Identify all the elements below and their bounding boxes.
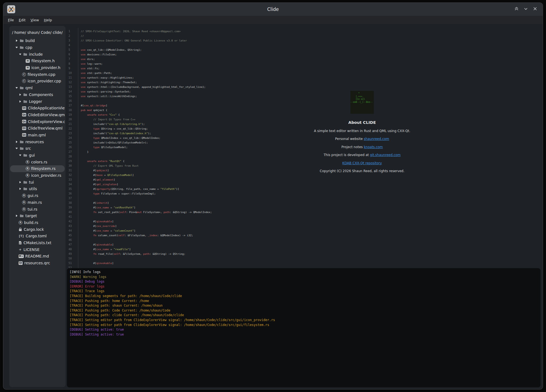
line-number: 32 <box>67 173 78 176</box>
tree-item-resources[interactable]: resources <box>10 138 65 145</box>
tree-item-tui-rs[interactable]: Rtui.rs <box>10 206 65 213</box>
line-number: 27 <box>67 150 78 153</box>
tree-item-target[interactable]: target <box>10 213 65 219</box>
maximize-button[interactable] <box>514 7 519 12</box>
file-explorer-panel[interactable]: / home/ shaun/ Code/ clide/ buildcppincl… <box>9 26 65 387</box>
tree-item-label: Cargo.toml <box>26 234 47 238</box>
close-button[interactable] <box>532 7 538 12</box>
about-line: KDAB CXX-Qt repository <box>286 161 438 165</box>
tree-item-label: qml <box>25 86 32 90</box>
line-number: 22 <box>67 127 78 130</box>
folder-icon <box>20 46 24 49</box>
tree-item-label: Components <box>29 92 53 97</box>
tree-item-label: LICENSE <box>23 247 40 252</box>
line-number: 34 <box>67 183 78 186</box>
tree-item-clideexplorerview-qml[interactable]: QtClideExplorerView.qml <box>10 118 65 125</box>
menu-item-view[interactable]: View <box>28 17 41 23</box>
tree-item-clideeditorview-qml[interactable]: QtClideEditorView.qml <box>10 112 65 118</box>
line-number: 33 <box>67 178 78 181</box>
tree-item-label: ClideEditorView.qml <box>28 113 65 117</box>
menu-item-file[interactable]: File <box>5 17 16 23</box>
tree-item-utils[interactable]: utils <box>10 185 65 192</box>
code-text: include!("cxx-qt-lib/qstring.h"); <box>78 122 145 125</box>
log-line-trace: [TRACE] Pushing path: shaun Current: /ho… <box>70 303 538 308</box>
tree-item-icon-provider-cpp[interactable]: Cicon_provider.cpp <box>10 78 65 85</box>
tree-item-readme-md[interactable]: M↓README.md <box>10 253 65 260</box>
tree-item-logger[interactable]: Logger <box>10 98 65 105</box>
code-line: 43 #[cxx_override] <box>67 224 541 228</box>
kdab-cxx-qt-repository-link[interactable]: KDAB CXX-Qt repository <box>342 161 382 165</box>
tree-item-components[interactable]: Components <box>10 91 65 98</box>
menu-item-edit[interactable]: Edit <box>16 17 28 23</box>
line-number: 18 <box>67 109 78 112</box>
qt-file-icon: Qt <box>19 261 23 265</box>
about-panel: * |.===. {}o o{} --oo0--(_)--0oo-- About… <box>286 91 438 173</box>
code-text: } <box>78 150 89 153</box>
tree-item-label: filesystem.rs <box>31 166 55 171</box>
knoats-com-link[interactable]: knoats.com <box>364 145 383 149</box>
tree-item-main-qml[interactable]: Qtmain.qml <box>10 132 65 139</box>
code-line: 10use std::path::Path; <box>67 71 541 75</box>
tree-item-filesystem-h[interactable]: Hfilesystem.h <box>10 58 65 64</box>
line-number: 4 <box>67 44 78 47</box>
about-lines: A simple text editor written in Rust and… <box>286 129 438 173</box>
tree-item-filesystem-rs[interactable]: Rfilesystem.rs <box>10 165 65 172</box>
tree-item-colors-rs[interactable]: Rcolors.rs <box>10 158 65 165</box>
tree-item-src[interactable]: src <box>10 145 65 152</box>
tree-item-main-rs[interactable]: Rmain.rs <box>10 199 65 206</box>
tree-item-resources-qrc[interactable]: Qtresources.qrc <box>10 260 65 267</box>
folder-icon <box>23 181 27 184</box>
tree-item-build[interactable]: build <box>10 37 65 44</box>
tree-item-build-rs[interactable]: Rbuild.rs <box>10 219 65 226</box>
tree-item-license[interactable]: LICENSE <box>10 246 65 253</box>
tree-item-clidetreeview-qml[interactable]: QtClideTreeView.qml <box>10 125 65 132</box>
tree-item-filesystem-cpp[interactable]: Cfilesystem.cpp <box>10 71 65 78</box>
line-number: 25 <box>67 141 78 144</box>
tree-item-icon-provider-rs[interactable]: Ricon_provider.rs <box>10 172 65 179</box>
folder-icon <box>23 154 27 157</box>
chevron-down-icon <box>15 87 18 89</box>
log-panel[interactable]: [INFO] Info logs[WARN] Warning logs[DEBU… <box>67 268 541 387</box>
folder-icon <box>23 100 27 103</box>
line-number: 35 <box>67 187 78 190</box>
tree-item-label: gui.rs <box>28 193 38 198</box>
code-line: 42 #[qinvokable] <box>67 219 541 224</box>
rust-file-icon: R <box>22 194 26 198</box>
line-number: 3 <box>67 39 78 42</box>
tree-item-include[interactable]: include <box>10 51 65 58</box>
line-number: 39 <box>67 206 78 209</box>
code-line: 34 #[qml_singleton] <box>67 182 541 187</box>
menu-item-help[interactable]: Help <box>41 17 55 23</box>
log-line-debug: [DEBUG] Debug logs <box>70 279 538 284</box>
line-number: 12 <box>67 81 78 84</box>
tree-item-cmakelists-txt[interactable]: CMakeLists.txt <box>10 240 65 246</box>
h-file-icon: H <box>26 59 30 63</box>
tree-item-gui[interactable]: gui <box>10 152 65 159</box>
line-number: 9 <box>67 67 78 70</box>
log-line-trace: [TRACE] Trace logs <box>70 289 538 294</box>
line-number: 45 <box>67 234 78 237</box>
code-text: #[cxx_name = "columnCount"] <box>78 229 135 232</box>
tree-item-cpp[interactable]: cpp <box>10 44 65 51</box>
chevron-right-icon <box>16 39 18 42</box>
code-line: 48 #[cxx_name = "readFile"] <box>67 247 541 252</box>
menubar: FileEditViewHelp <box>3 16 543 24</box>
folder-icon <box>20 39 24 42</box>
toml-file-icon: [T] <box>19 234 24 238</box>
rust-file-icon: R <box>26 173 29 177</box>
shaunreed-com-link[interactable]: shaunreed.com <box>364 137 389 141</box>
log-line-trace: [TRACE] Setting editor path from ClideEx… <box>70 318 538 323</box>
code-text: #[qobject] <box>78 169 109 172</box>
tree-item-gui-rs[interactable]: Rgui.rs <box>10 192 65 199</box>
tree-item-clideapplicationview-qml[interactable]: QtClideApplicationView.qml <box>10 105 65 112</box>
tree-item-cargo-lock[interactable]: Cargo.lock <box>10 226 65 233</box>
tree-item-icon-provider-h[interactable]: Hicon_provider.h <box>10 64 65 71</box>
log-line-info: [INFO] Info logs <box>70 270 538 275</box>
tree-item-tui[interactable]: tui <box>10 179 65 185</box>
git-shaunreed-com-link[interactable]: git.shaunreed.com <box>370 153 401 157</box>
tree-item-qml[interactable]: qml <box>10 85 65 91</box>
tree-item-cargo-toml[interactable]: [T]Cargo.toml <box>10 233 65 240</box>
code-text: use dirs; <box>78 58 95 61</box>
root-path-label: / home/ shaun/ Code/ clide/ <box>12 30 65 35</box>
minimize-button[interactable] <box>523 7 529 12</box>
